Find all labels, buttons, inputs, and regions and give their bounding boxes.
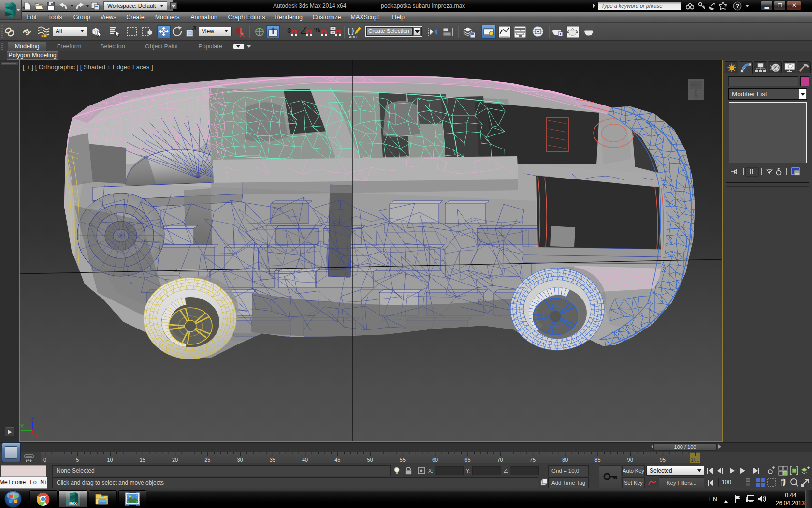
- svg-text:95: 95: [660, 457, 666, 463]
- svg-text:Y: Y: [20, 423, 24, 429]
- svg-text:MAX: MAX: [69, 502, 77, 505]
- svg-text:X: X: [34, 433, 38, 439]
- svg-text:5: 5: [76, 457, 79, 463]
- svg-text:55: 55: [400, 457, 406, 463]
- svg-text:LEFT: LEFT: [695, 90, 698, 98]
- svg-text:25: 25: [204, 457, 210, 463]
- svg-text:40: 40: [302, 457, 308, 463]
- svg-text:?: ?: [736, 3, 739, 10]
- svg-text:35: 35: [270, 457, 276, 463]
- svg-text:80: 80: [562, 457, 568, 463]
- svg-text:85: 85: [594, 457, 600, 463]
- svg-text:LEFT: LEFT: [692, 83, 700, 87]
- svg-text:3: 3: [287, 26, 291, 34]
- svg-text:%: %: [314, 26, 320, 34]
- svg-text:20: 20: [172, 457, 178, 463]
- svg-text:10: 10: [107, 457, 113, 463]
- svg-text:60: 60: [432, 457, 438, 463]
- svg-text:15: 15: [140, 457, 145, 463]
- svg-text:30: 30: [237, 457, 243, 463]
- svg-text:100: 100: [691, 457, 699, 463]
- svg-text:45: 45: [334, 457, 340, 463]
- svg-text:70: 70: [497, 457, 503, 463]
- svg-text:{ }: { }: [348, 27, 355, 35]
- svg-text:90: 90: [627, 457, 633, 463]
- svg-text:ABC: ABC: [349, 35, 357, 39]
- svg-text:0: 0: [44, 457, 46, 463]
- svg-text:50: 50: [367, 457, 373, 463]
- svg-text:Z: Z: [31, 416, 34, 421]
- svg-text:65: 65: [464, 457, 470, 463]
- svg-text:75: 75: [530, 457, 536, 463]
